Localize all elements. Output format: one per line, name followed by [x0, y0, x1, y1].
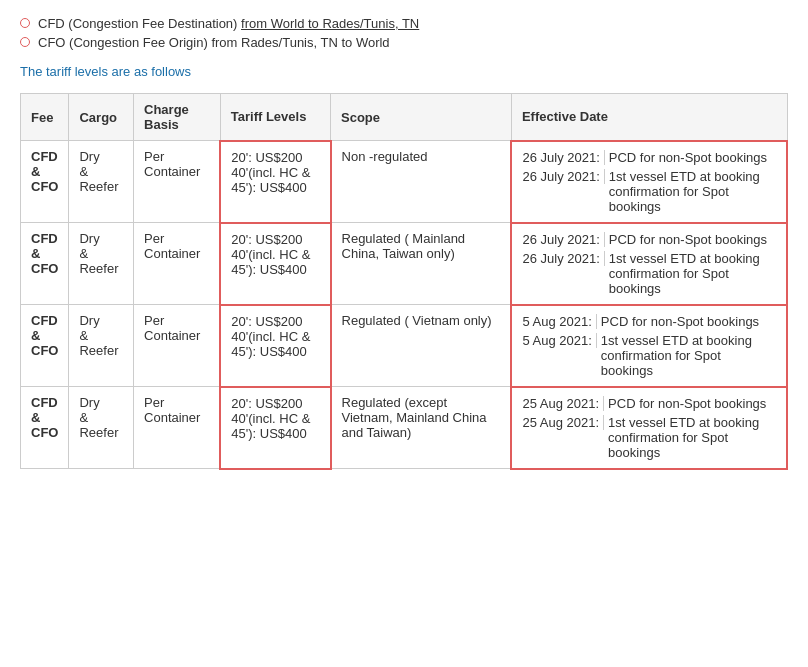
- cell-charge-basis: Per Container: [134, 387, 221, 469]
- table-header-row: Fee Cargo ChargeBasis Tariff Levels Scop…: [21, 94, 788, 141]
- cell-scope: Regulated (except Vietnam, Mainland Chin…: [331, 387, 512, 469]
- col-tariff-levels: Tariff Levels: [220, 94, 330, 141]
- date-label: 26 July 2021:: [522, 251, 604, 266]
- cell-cargo: Dry& Reefer: [69, 223, 134, 305]
- date-label: 5 Aug 2021:: [522, 333, 596, 348]
- cell-cargo: Dry& Reefer: [69, 387, 134, 469]
- table-row: CFD&CFODry& ReeferPer Container20': US$2…: [21, 141, 788, 223]
- date-text: PCD for non-Spot bookings: [609, 150, 767, 165]
- cell-fee: CFD&CFO: [21, 305, 69, 387]
- date-label: 25 Aug 2021:: [522, 396, 604, 411]
- cell-tariff-levels: 20': US$20040'(incl. HC & 45'): US$400: [220, 305, 330, 387]
- cell-effective-date: 26 July 2021: PCD for non-Spot bookings …: [511, 223, 787, 305]
- date-text: 1st vessel ETD at booking confirmation f…: [609, 169, 776, 214]
- cell-cargo: Dry& Reefer: [69, 305, 134, 387]
- intro-item-1: CFD (Congestion Fee Destination) from Wo…: [20, 16, 788, 31]
- date-text: 1st vessel ETD at booking confirmation f…: [601, 333, 776, 378]
- intro-item-2: CFO (Congestion Fee Origin) from Rades/T…: [20, 35, 788, 50]
- col-charge-basis: ChargeBasis: [134, 94, 221, 141]
- cell-fee: CFD&CFO: [21, 223, 69, 305]
- cell-charge-basis: Per Container: [134, 223, 221, 305]
- table-row: CFD&CFODry& ReeferPer Container20': US$2…: [21, 305, 788, 387]
- cell-scope: Non -regulated: [331, 141, 512, 223]
- tariff-note: The tariff levels are as follows: [20, 64, 788, 79]
- cell-fee: CFD&CFO: [21, 141, 69, 223]
- date-text: PCD for non-Spot bookings: [601, 314, 759, 329]
- intro-underlined-1: from World to Rades/Tunis, TN: [241, 16, 419, 31]
- cell-effective-date: 26 July 2021: PCD for non-Spot bookings …: [511, 141, 787, 223]
- date-label: 26 July 2021:: [522, 169, 604, 184]
- bullet-icon-1: [20, 18, 30, 28]
- date-text: PCD for non-Spot bookings: [608, 396, 766, 411]
- col-scope: Scope: [331, 94, 512, 141]
- date-label: 26 July 2021:: [522, 150, 604, 165]
- cell-charge-basis: Per Container: [134, 305, 221, 387]
- col-effective-date: Effective Date: [511, 94, 787, 141]
- cell-effective-date: 25 Aug 2021: PCD for non-Spot bookings 2…: [511, 387, 787, 469]
- cell-tariff-levels: 20': US$20040'(incl. HC & 45'): US$400: [220, 141, 330, 223]
- date-text: 1st vessel ETD at booking confirmation f…: [608, 415, 776, 460]
- cell-fee: CFD&CFO: [21, 387, 69, 469]
- bullet-icon-2: [20, 37, 30, 47]
- intro-text-2: CFO (Congestion Fee Origin) from Rades/T…: [38, 35, 390, 50]
- table-row: CFD&CFODry& ReeferPer Container20': US$2…: [21, 223, 788, 305]
- tariff-table: Fee Cargo ChargeBasis Tariff Levels Scop…: [20, 93, 788, 470]
- date-text: PCD for non-Spot bookings: [609, 232, 767, 247]
- date-text: 1st vessel ETD at booking confirmation f…: [609, 251, 776, 296]
- intro-list: CFD (Congestion Fee Destination) from Wo…: [20, 16, 788, 50]
- cell-tariff-levels: 20': US$20040'(incl. HC & 45'): US$400: [220, 223, 330, 305]
- date-label: 5 Aug 2021:: [522, 314, 596, 329]
- intro-text-1: CFD (Congestion Fee Destination) from Wo…: [38, 16, 419, 31]
- col-cargo: Cargo: [69, 94, 134, 141]
- col-fee: Fee: [21, 94, 69, 141]
- cell-cargo: Dry& Reefer: [69, 141, 134, 223]
- date-label: 25 Aug 2021:: [522, 415, 604, 430]
- cell-charge-basis: Per Container: [134, 141, 221, 223]
- date-label: 26 July 2021:: [522, 232, 604, 247]
- table-row: CFD&CFODry& ReeferPer Container20': US$2…: [21, 387, 788, 469]
- cell-effective-date: 5 Aug 2021: PCD for non-Spot bookings 5 …: [511, 305, 787, 387]
- cell-scope: Regulated ( Vietnam only): [331, 305, 512, 387]
- cell-scope: Regulated ( Mainland China, Taiwan only): [331, 223, 512, 305]
- intro-prefix-1: CFD (Congestion Fee Destination): [38, 16, 241, 31]
- cell-tariff-levels: 20': US$20040'(incl. HC & 45'): US$400: [220, 387, 330, 469]
